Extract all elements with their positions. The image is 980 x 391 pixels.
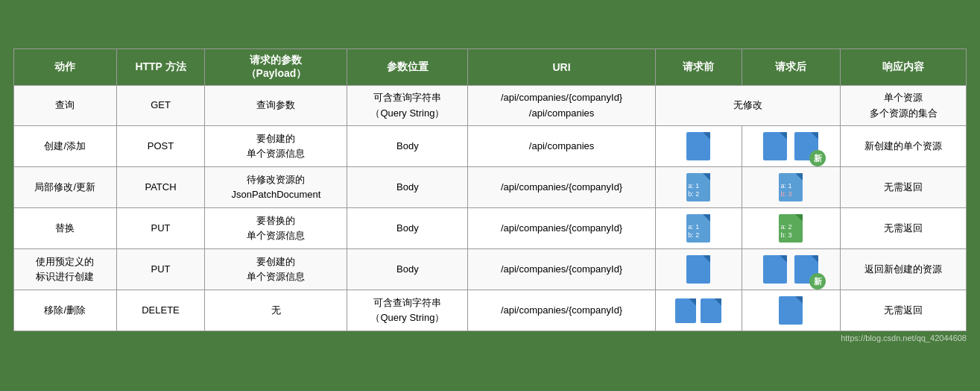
doc-icon-ab12-blue: a: 1b: 2: [686, 214, 710, 243]
doc-icon: [686, 132, 710, 160]
cell-param-location: 可含查询字符串（Query String）: [347, 85, 468, 126]
main-table: 动作 HTTP 方法 请求的参数（Payload） 参数位置 URI 请求前 请…: [13, 49, 967, 332]
after-docs: 新: [748, 254, 835, 285]
cell-before: [655, 290, 742, 331]
cell-after: [742, 290, 841, 331]
cell-uri: /api/companies/{companyId}/api/companies: [468, 85, 656, 126]
cell-payload: 查询参数: [205, 85, 347, 126]
cell-param-location: Body: [347, 249, 468, 290]
cell-response: 单个资源多个资源的集合: [841, 85, 967, 126]
doc-icon-new-container: 新: [793, 254, 820, 285]
cell-response: 无需返回: [841, 290, 967, 331]
doc-icon-container: [674, 297, 698, 325]
cell-action: 局部修改/更新: [14, 167, 117, 208]
before-docs: [662, 131, 736, 162]
cell-response: 新创建的单个资源: [841, 126, 967, 167]
cell-action: 使用预定义的标识进行创建: [14, 249, 117, 290]
cell-uri: /api/companies/{companyId}: [468, 167, 656, 208]
after-docs: a: 2b: 3: [748, 213, 835, 244]
cell-method: DELETE: [116, 290, 205, 331]
col-param-location: 参数位置: [347, 49, 468, 85]
cell-after: 新: [742, 249, 841, 290]
cell-action: 查询: [14, 85, 117, 126]
doc-icon: [763, 132, 787, 160]
table-row: 创建/添加 POST 要创建的单个资源信息 Body /api/companie…: [14, 126, 967, 167]
after-docs: a: 1b: 3: [748, 172, 835, 203]
cell-action: 替换: [14, 208, 117, 249]
doc-icon-container: [762, 254, 788, 285]
before-docs: [662, 297, 736, 325]
cell-after: a: 2b: 3: [742, 208, 841, 249]
col-uri: URI: [468, 49, 656, 85]
doc-icon-container2: [699, 297, 723, 325]
cell-param-location: 可含查询字符串（Query String）: [347, 290, 468, 331]
doc-icon-container: a: 2b: 3: [777, 213, 804, 244]
cell-param-location: Body: [347, 208, 468, 249]
after-docs: [748, 295, 835, 326]
cell-response: 返回新创建的资源: [841, 249, 967, 290]
watermark: https://blog.csdn.net/qq_42044608: [13, 334, 967, 342]
cell-method: PUT: [116, 249, 205, 290]
cell-method: PUT: [116, 208, 205, 249]
cell-method: GET: [116, 85, 205, 126]
doc-icon-label: a: 1b: 2: [688, 182, 709, 198]
cell-after: 新: [742, 126, 841, 167]
before-docs: [662, 254, 736, 285]
cell-uri: /api/companies/{companyId}: [468, 290, 656, 331]
cell-method: POST: [116, 126, 205, 167]
col-method: HTTP 方法: [116, 49, 205, 85]
cell-before: a: 1b: 2: [655, 208, 742, 249]
cell-uri: /api/companies: [468, 126, 656, 167]
cell-response: 无需返回: [841, 208, 967, 249]
doc-icon-remaining: [779, 296, 803, 325]
cell-after: a: 1b: 3: [742, 167, 841, 208]
cell-payload: 要创建的单个资源信息: [205, 249, 347, 290]
doc-icon-container: a: 1b: 3: [777, 172, 804, 203]
cell-before: [655, 249, 742, 290]
cell-response: 无需返回: [841, 167, 967, 208]
col-action: 动作: [14, 49, 117, 85]
cell-payload: 要创建的单个资源信息: [205, 126, 347, 167]
doc-icon-2: [701, 298, 721, 323]
cell-uri: /api/companies/{companyId}: [468, 208, 656, 249]
table-row: 使用预定义的标识进行创建 PUT 要创建的单个资源信息 Body /api/co…: [14, 249, 967, 290]
cell-payload: 无: [205, 290, 347, 331]
before-docs: a: 1b: 2: [662, 213, 736, 244]
col-after: 请求后: [742, 49, 841, 85]
doc-icon-ab13: a: 1b: 3: [779, 173, 803, 201]
col-response: 响应内容: [841, 49, 967, 85]
cell-before: [655, 126, 742, 167]
new-badge: 新: [809, 150, 826, 166]
doc-icon: [763, 255, 787, 284]
table-row: 查询 GET 查询参数 可含查询字符串（Query String） /api/c…: [14, 85, 967, 126]
cell-param-location: Body: [347, 126, 468, 167]
cell-action: 移除/删除: [14, 290, 117, 331]
cell-param-location: Body: [347, 167, 468, 208]
cell-action: 创建/添加: [14, 126, 117, 167]
doc-icon-container: [762, 131, 788, 162]
new-badge: 新: [809, 273, 826, 290]
before-docs: a: 1b: 2: [662, 172, 736, 203]
cell-payload: 待修改资源的JsonPatchDocument: [205, 167, 347, 208]
doc-icon: [686, 255, 710, 284]
doc-icon-new-container: 新: [793, 131, 820, 162]
doc-icon-1: [675, 298, 696, 323]
col-before: 请求前: [655, 49, 742, 85]
doc-icon-ab12: a: 1b: 2: [686, 173, 710, 201]
doc-icon-ab23-green: a: 2b: 3: [779, 214, 803, 243]
doc-icon-container: [777, 295, 804, 326]
col-payload: 请求的参数（Payload）: [205, 49, 347, 85]
after-docs: 新: [748, 131, 835, 162]
doc-icon-label: a: 2b: 3: [780, 223, 801, 240]
table-wrapper: 动作 HTTP 方法 请求的参数（Payload） 参数位置 URI 请求前 请…: [7, 43, 973, 349]
cell-method: PATCH: [116, 167, 205, 208]
doc-icon-container: [685, 131, 712, 162]
doc-icon-container: a: 1b: 2: [685, 213, 712, 244]
table-row: 移除/删除 DELETE 无 可含查询字符串（Query String） /ap…: [14, 290, 967, 331]
header-row: 动作 HTTP 方法 请求的参数（Payload） 参数位置 URI 请求前 请…: [14, 49, 967, 85]
table-row: 替换 PUT 要替换的单个资源信息 Body /api/companies/{c…: [14, 208, 967, 249]
cell-uri: /api/companies/{companyId}: [468, 249, 656, 290]
doc-icon-container: a: 1b: 2: [685, 172, 712, 203]
cell-before: 无修改: [655, 85, 840, 126]
table-row: 局部修改/更新 PATCH 待修改资源的JsonPatchDocument Bo…: [14, 167, 967, 208]
